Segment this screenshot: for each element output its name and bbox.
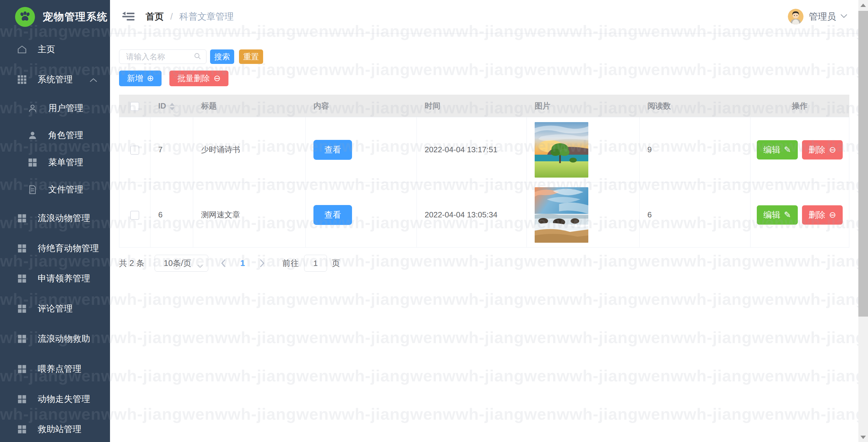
user-solid-icon bbox=[27, 130, 38, 141]
delete-button-label: 删除 bbox=[809, 209, 826, 221]
cell-title: 测网速文章 bbox=[193, 182, 306, 247]
scrollbar-up-arrow-icon[interactable] bbox=[861, 4, 866, 7]
sidebar-item-menus[interactable]: 菜单管理 bbox=[0, 149, 110, 176]
sidebar-item-label: 角色管理 bbox=[48, 129, 83, 141]
next-page-button[interactable] bbox=[256, 259, 268, 267]
sidebar-item-adoption[interactable]: 申请领养管理 bbox=[0, 264, 110, 294]
user-menu[interactable]: 管理员 bbox=[788, 9, 847, 24]
search-button[interactable]: 搜索 bbox=[210, 50, 234, 64]
main-content: 搜索 重置 新增 ⊕ 批量删除 ⊖ ID 标题 bbox=[110, 34, 858, 442]
page-size-value: 10条/页 bbox=[164, 258, 191, 269]
circle-minus-icon: ⊖ bbox=[829, 146, 836, 154]
scrollbar-down-arrow-icon[interactable] bbox=[861, 436, 866, 439]
prev-page-button[interactable] bbox=[217, 259, 229, 267]
grid-2x2-icon bbox=[17, 394, 27, 405]
row-checkbox[interactable] bbox=[130, 146, 139, 155]
avatar bbox=[788, 9, 804, 24]
page-number-1[interactable]: 1 bbox=[237, 258, 249, 268]
sidebar-item-neuter[interactable]: 待绝育动物管理 bbox=[0, 233, 110, 264]
articles-table: ID 标题 内容 时间 图片 阅读数 操作 7 少时诵诗书 查看 2022-04… bbox=[119, 95, 849, 247]
sidebar-item-label: 系统管理 bbox=[38, 73, 73, 86]
edit-button-label: 编辑 bbox=[764, 144, 780, 155]
breadcrumb-current: 科普文章管理 bbox=[179, 10, 234, 23]
sidebar-item-files[interactable]: 文件管理 bbox=[0, 176, 110, 203]
sidebar-fold-icon[interactable] bbox=[122, 11, 135, 22]
article-image-sunset-tree[interactable] bbox=[535, 122, 588, 178]
cell-title: 少时诵诗书 bbox=[193, 117, 306, 182]
sidebar-item-roles[interactable]: 角色管理 bbox=[0, 122, 110, 149]
sidebar-item-label: 救助站管理 bbox=[38, 423, 82, 435]
page-size-select[interactable]: 10条/页 bbox=[155, 255, 208, 272]
edit-button[interactable]: 编辑 ✎ bbox=[757, 205, 798, 225]
delete-button-label: 删除 bbox=[809, 144, 826, 155]
chevron-down-icon bbox=[197, 261, 203, 270]
article-image-sea-rocks[interactable] bbox=[535, 187, 588, 243]
pencil-icon: ✎ bbox=[784, 146, 791, 154]
column-header-actions: 操作 bbox=[750, 95, 849, 117]
sidebar-item-comments[interactable]: 评论管理 bbox=[0, 294, 110, 324]
top-header: 首页 / 科普文章管理 管理员 bbox=[110, 0, 858, 33]
column-label: ID bbox=[158, 101, 166, 110]
grid-2x2-icon bbox=[17, 333, 27, 344]
breadcrumb-separator: / bbox=[170, 11, 173, 22]
breadcrumb: 首页 / 科普文章管理 bbox=[146, 10, 234, 23]
user-outline-icon bbox=[27, 103, 38, 114]
app-title: 宠物管理系统 bbox=[43, 10, 108, 24]
pagination: 共 2 条 10条/页 1 前往 页 bbox=[119, 255, 858, 272]
cell-id: 6 bbox=[150, 182, 193, 247]
sidebar-item-feeding[interactable]: 喂养点管理 bbox=[0, 354, 110, 384]
sidebar-item-label: 流浪动物救助 bbox=[38, 333, 90, 345]
grid-2x2-icon bbox=[17, 424, 27, 435]
search-input[interactable] bbox=[126, 52, 193, 61]
batch-delete-button[interactable]: 批量删除 ⊖ bbox=[169, 70, 228, 86]
view-button[interactable]: 查看 bbox=[313, 140, 352, 160]
page-scrollbar[interactable] bbox=[858, 0, 868, 442]
table-row: 6 测网速文章 查看 2022-04-04 13:05:34 bbox=[119, 182, 849, 247]
sidebar-item-lost[interactable]: 动物走失管理 bbox=[0, 384, 110, 414]
goto-page-input[interactable] bbox=[304, 255, 327, 272]
circle-plus-icon: ⊕ bbox=[147, 74, 154, 83]
sidebar-item-rescue[interactable]: 流浪动物救助 bbox=[0, 324, 110, 354]
grid-2x2-icon bbox=[27, 157, 38, 168]
sidebar-item-home[interactable]: 主页 bbox=[0, 34, 110, 64]
add-button[interactable]: 新增 ⊕ bbox=[119, 70, 161, 86]
sidebar-item-stray-animals[interactable]: 流浪动物管理 bbox=[0, 203, 110, 233]
user-name: 管理员 bbox=[809, 10, 836, 23]
sidebar-item-system[interactable]: 系统管理 bbox=[0, 64, 110, 95]
select-all-checkbox[interactable] bbox=[130, 102, 139, 111]
chevron-up-icon bbox=[90, 75, 97, 85]
table-header-row: ID 标题 内容 时间 图片 阅读数 操作 bbox=[119, 95, 849, 117]
circle-minus-icon: ⊖ bbox=[829, 211, 836, 219]
column-header-time: 时间 bbox=[417, 95, 527, 117]
sidebar-menu: 主页 系统管理 用户管理 角色管理 菜单管 bbox=[0, 34, 110, 442]
goto-label: 前往 bbox=[282, 258, 299, 269]
view-button[interactable]: 查看 bbox=[313, 205, 352, 225]
cell-time: 2022-04-04 13:05:34 bbox=[417, 182, 527, 247]
table-row: 7 少时诵诗书 查看 2022-04-04 13:17:51 bbox=[119, 117, 849, 182]
sidebar: 宠物管理系统 主页 系统管理 用户管理 bbox=[0, 0, 110, 442]
sidebar-item-users[interactable]: 用户管理 bbox=[0, 95, 110, 122]
edit-button[interactable]: 编辑 ✎ bbox=[757, 140, 798, 159]
sidebar-item-label: 动物走失管理 bbox=[38, 393, 90, 405]
cell-id: 7 bbox=[150, 117, 193, 182]
sidebar-item-label: 评论管理 bbox=[38, 303, 73, 315]
scrollbar-thumb[interactable] bbox=[858, 11, 868, 317]
column-header-title: 标题 bbox=[193, 95, 306, 117]
delete-button[interactable]: 删除 ⊖ bbox=[802, 205, 843, 225]
chevron-down-icon bbox=[840, 14, 847, 20]
search-toolbar: 搜索 重置 bbox=[119, 50, 858, 64]
home-icon bbox=[17, 44, 27, 55]
sidebar-item-label: 用户管理 bbox=[48, 102, 83, 114]
page-unit-label: 页 bbox=[332, 258, 340, 269]
delete-button[interactable]: 删除 ⊖ bbox=[802, 140, 843, 159]
row-checkbox[interactable] bbox=[130, 211, 139, 220]
grid-2x2-icon bbox=[17, 213, 27, 224]
app-logo: 宠物管理系统 bbox=[0, 0, 110, 34]
add-button-label: 新增 bbox=[127, 73, 143, 84]
sidebar-item-label: 待绝育动物管理 bbox=[38, 242, 99, 255]
breadcrumb-home[interactable]: 首页 bbox=[146, 10, 164, 23]
column-header-id: ID bbox=[150, 95, 193, 117]
sidebar-item-station[interactable]: 救助站管理 bbox=[0, 414, 110, 442]
reset-button[interactable]: 重置 bbox=[239, 50, 263, 64]
sort-caret-icon[interactable] bbox=[170, 103, 175, 110]
